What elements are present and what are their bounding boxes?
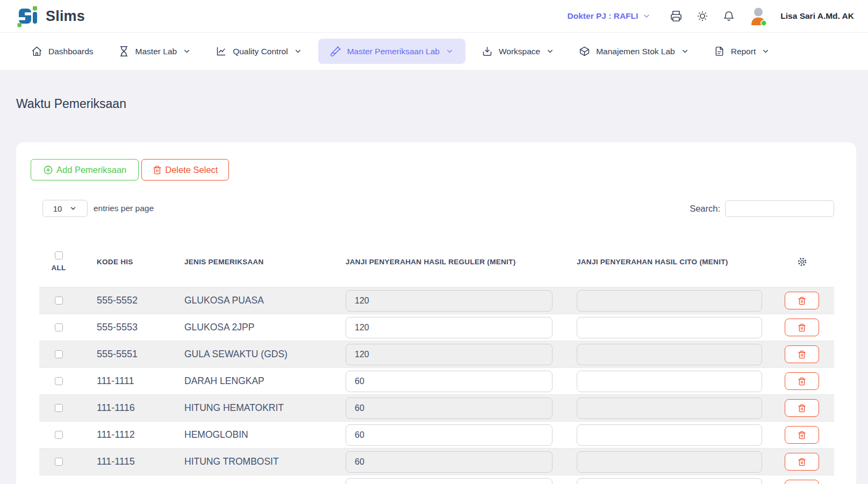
jenis-pemeriksaan-value: HITUNG HEMATOKRIT (166, 402, 327, 414)
kode-his-value: 555-5552 (78, 295, 166, 306)
print-button[interactable] (669, 9, 684, 24)
table-row: 111-1111 DARAH LENGKAP (39, 367, 834, 394)
chevron-down-icon (183, 47, 191, 55)
jenis-pemeriksaan-value: GLUKOSA PUASA (166, 295, 327, 306)
brand-name: Slims (46, 8, 85, 25)
reguler-menit-input[interactable] (346, 344, 553, 365)
avatar[interactable] (748, 5, 769, 27)
nav-item-label: Manajemen Stok Lab (596, 47, 675, 56)
reguler-menit-input[interactable] (346, 451, 553, 473)
select-all-checkbox[interactable] (55, 251, 63, 259)
home-icon (31, 46, 42, 57)
header-cito-menit: JANJI PENYERAHAN HASIL CITO (MENIT) (558, 258, 770, 266)
cito-menit-input[interactable] (577, 290, 762, 312)
notifications-button[interactable] (721, 9, 736, 24)
trash-icon (798, 377, 806, 386)
row-checkbox[interactable] (55, 458, 63, 466)
printer-icon (670, 10, 683, 23)
delete-row-button[interactable] (785, 372, 819, 390)
plus-circle-icon (43, 165, 53, 175)
slims-logo-icon (16, 4, 40, 28)
user-name: Lisa Sari A.Md. AK (780, 11, 854, 21)
cito-menit-input[interactable] (577, 478, 762, 484)
table-body: 555-5552 GLUKOSA PUASA 555-5553 GLUKOSA … (39, 287, 834, 484)
delete-select-label: Delete Select (165, 165, 218, 175)
nav-item-master-lab[interactable]: Master Lab (110, 39, 200, 64)
reguler-menit-input[interactable] (346, 290, 553, 312)
dokter-pj-label: Dokter PJ : RAFLI (568, 11, 639, 21)
table-row: 111-1112 HEMOGLOBIN (39, 421, 834, 448)
nav-item-quality-control[interactable]: Quality Control (207, 39, 311, 64)
delete-row-button[interactable] (785, 399, 819, 417)
cito-menit-input[interactable] (577, 371, 762, 392)
row-checkbox[interactable] (55, 323, 63, 331)
kode-his-value: 555-5551 (78, 349, 166, 360)
cube-icon (579, 46, 590, 57)
nav-item-dashboards[interactable]: Dashboards (23, 39, 102, 64)
table-row: 555-5551 GULA SEWAKTU (GDS) (39, 341, 834, 367)
table-row (39, 475, 834, 484)
row-checkbox[interactable] (55, 404, 63, 412)
chevron-down-icon (642, 12, 651, 20)
nav-item-workspace[interactable]: Workspace (473, 39, 563, 64)
trash-icon (798, 431, 806, 439)
jenis-pemeriksaan-value: HEMOGLOBIN (166, 429, 327, 440)
add-pemeriksaan-button[interactable]: Add Pemeriksaan (31, 159, 139, 180)
delete-row-button[interactable] (785, 345, 819, 363)
entries-per-page-select[interactable]: 10 (42, 200, 88, 217)
nav-item-report[interactable]: Report (705, 39, 779, 64)
reguler-menit-input[interactable] (346, 371, 553, 392)
nav-item-label: Master Pemeriksaan Lab (347, 47, 440, 56)
row-checkbox[interactable] (55, 431, 63, 439)
kode-his-value: 111-1111 (78, 375, 166, 387)
add-pemeriksaan-label: Add Pemeriksaan (56, 165, 126, 175)
line-chart-icon (216, 46, 227, 57)
cito-menit-input[interactable] (577, 451, 762, 473)
nav-item-label: Master Lab (135, 47, 177, 56)
entries-per-page-label: entries per page (94, 204, 154, 213)
row-checkbox[interactable] (55, 297, 63, 305)
nav-item-label: Quality Control (233, 47, 288, 56)
reguler-menit-input[interactable] (346, 317, 553, 338)
cito-menit-input[interactable] (577, 424, 762, 446)
header-jenis-pemeriksaan: JENIS PEMERIKSAAN (166, 258, 327, 266)
delete-row-button[interactable] (785, 480, 819, 484)
cito-menit-input[interactable] (577, 398, 762, 419)
row-checkbox[interactable] (55, 350, 63, 358)
nav-item-master-pemeriksaan-lab[interactable]: Master Pemeriksaan Lab (318, 39, 465, 64)
search-label: Search: (690, 204, 720, 214)
delete-row-button[interactable] (785, 292, 819, 309)
kode-his-value: 555-5553 (78, 322, 166, 333)
nav-item-manajemen-stok-lab[interactable]: Manajemen Stok Lab (570, 39, 697, 64)
delete-row-button[interactable] (785, 319, 819, 336)
toolbar: Add Pemeriksaan Delete Select (31, 159, 856, 180)
hourglass-icon (118, 46, 130, 57)
test-tube-icon (330, 46, 341, 57)
theme-toggle-button[interactable] (695, 9, 710, 24)
row-checkbox[interactable] (55, 377, 63, 385)
document-icon (714, 46, 725, 57)
trash-icon (798, 350, 806, 359)
cito-menit-input[interactable] (577, 344, 762, 365)
column-settings-button[interactable] (796, 256, 808, 268)
table-row: 111-1116 HITUNG HEMATOKRIT (39, 394, 834, 421)
search-input[interactable] (725, 200, 834, 217)
delete-select-button[interactable]: Delete Select (141, 159, 229, 180)
delete-row-button[interactable] (785, 453, 819, 471)
jenis-pemeriksaan-value: GULA SEWAKTU (GDS) (166, 349, 327, 360)
kode-his-value: 111-1116 (78, 402, 166, 414)
content-card: Add Pemeriksaan Delete Select 10 entries… (16, 142, 856, 484)
reguler-menit-input[interactable] (346, 478, 553, 484)
chevron-down-icon (69, 205, 77, 212)
reguler-menit-input[interactable] (346, 424, 553, 446)
pemeriksaan-table: ALL KODE HIS JENIS PEMERIKSAAN JANJI PEN… (39, 236, 834, 484)
dokter-pj-dropdown[interactable]: Dokter PJ : RAFLI (564, 11, 655, 21)
jenis-pemeriksaan-value: HITUNG TROMBOSIT (166, 456, 327, 467)
chevron-down-icon (294, 47, 302, 55)
delete-row-button[interactable] (785, 426, 819, 444)
trash-icon (798, 458, 806, 466)
reguler-menit-input[interactable] (346, 398, 553, 419)
chevron-down-icon (681, 47, 689, 55)
table-row: 111-1115 HITUNG TROMBOSIT (39, 448, 834, 475)
cito-menit-input[interactable] (577, 317, 762, 338)
